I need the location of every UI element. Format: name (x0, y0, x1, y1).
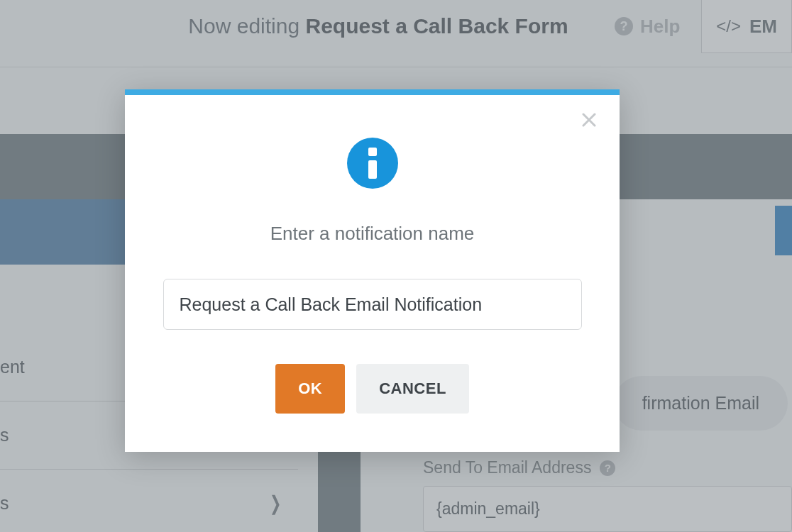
close-button[interactable] (578, 109, 600, 131)
ok-button[interactable]: OK (275, 364, 345, 414)
modal-accent-stripe (125, 89, 620, 95)
notification-name-modal: Enter a notification name OK CANCEL (125, 89, 620, 452)
close-icon (582, 113, 596, 127)
info-icon (347, 138, 398, 189)
notification-name-input[interactable] (163, 279, 582, 330)
modal-buttons: OK CANCEL (125, 364, 620, 414)
modal-title: Enter a notification name (125, 223, 620, 245)
cancel-button[interactable]: CANCEL (356, 364, 469, 414)
